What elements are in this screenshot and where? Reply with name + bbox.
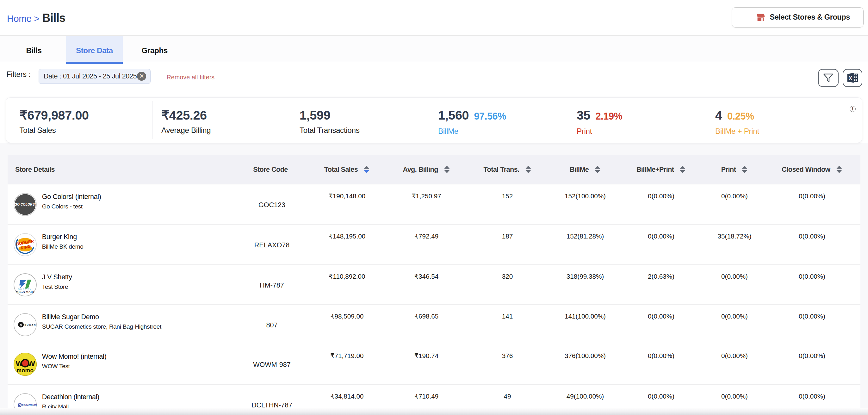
svg-text:X: X bbox=[849, 75, 852, 81]
svg-text:momo: momo bbox=[17, 367, 34, 374]
svg-text:GO COLORS!: GO COLORS! bbox=[14, 203, 36, 206]
svg-text:MEGA MART: MEGA MART bbox=[16, 290, 35, 293]
svg-text:SUGAR: SUGAR bbox=[24, 324, 36, 326]
svg-text:DECATHLON: DECATHLON bbox=[22, 404, 37, 407]
